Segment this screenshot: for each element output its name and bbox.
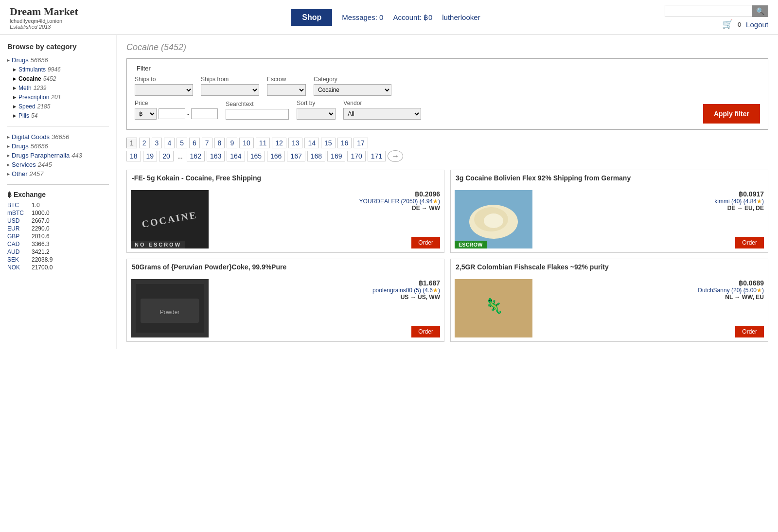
sidebar-item-speed[interactable]: ▸ Speed 2185: [13, 102, 109, 111]
sort-by-select[interactable]: [297, 108, 336, 120]
arrow-icon: ▸: [13, 66, 17, 73]
page-link-171[interactable]: 171: [368, 151, 386, 161]
page-link-17[interactable]: 17: [354, 138, 368, 148]
ex-rate-usd: 2667.0: [32, 217, 50, 224]
cat-name-paraphernalia: Drugs Paraphernalia: [12, 152, 70, 159]
page-link-7[interactable]: 7: [202, 138, 212, 148]
cat-count-services: 2445: [38, 161, 52, 168]
sidebar-item-cocaine[interactable]: ▸ Cocaine 5452: [13, 74, 109, 83]
order-button-2[interactable]: Order: [735, 237, 764, 248]
exchange-row-sek: SEK22038.9: [7, 256, 109, 264]
messages-link[interactable]: Messages: 0: [342, 13, 383, 22]
searchtext-input[interactable]: [226, 109, 289, 120]
price-currency-select[interactable]: ฿: [135, 108, 157, 120]
page-link-167[interactable]: 167: [287, 151, 305, 161]
escrow-select[interactable]: [267, 84, 306, 96]
star-icon-4: ★: [757, 287, 762, 294]
price-max-input[interactable]: [191, 108, 218, 119]
order-button-1[interactable]: Order: [411, 237, 440, 248]
product-price-2: ฿0.0917: [536, 190, 764, 198]
escrow-badge-2: ESCROW: [455, 241, 487, 248]
page-link-10[interactable]: 10: [239, 138, 254, 148]
logout-link[interactable]: Logout: [746, 20, 768, 29]
filter-row2: Price ฿ - Searchtext: [135, 100, 703, 120]
arrow-icon-other: ▸: [7, 171, 10, 177]
sidebar-item-meth[interactable]: ▸ Meth 1239: [13, 83, 109, 92]
page-link-162[interactable]: 162: [187, 151, 205, 161]
product-title-2: 3g Cocaine Bolivien Flex 92% Shipping fr…: [451, 170, 768, 186]
page-link-18[interactable]: 18: [126, 151, 141, 161]
order-button-3[interactable]: Order: [411, 326, 440, 337]
page-link-164[interactable]: 164: [227, 151, 245, 161]
price-min-input[interactable]: [159, 108, 185, 119]
page-link-168[interactable]: 168: [307, 151, 325, 161]
exchange-row-usd: USD2667.0: [7, 217, 109, 225]
page-link-16[interactable]: 16: [337, 138, 352, 148]
account-link[interactable]: Account: ฿0: [393, 13, 432, 22]
ships-from-select[interactable]: [201, 84, 259, 96]
sidebar-item-paraphernalia[interactable]: ▸ Drugs Paraphernalia 443: [7, 151, 109, 160]
cat-count-other: 2457: [30, 170, 44, 177]
sidebar-item-drugs[interactable]: ▸ Drugs 56656: [7, 55, 109, 65]
exchange-row-nok: NOK21700.0: [7, 264, 109, 271]
star-icon-3: ★: [433, 287, 438, 294]
sidebar-item-other[interactable]: ▸ Other 2457: [7, 169, 109, 178]
pagination-row1: 1 2 3 4 5 6 7 8 9 10 11 12 13 14 15 16 1…: [126, 138, 768, 148]
page-link-5[interactable]: 5: [177, 138, 187, 148]
shop-button[interactable]: Shop: [291, 9, 332, 26]
category-select[interactable]: Cocaine: [314, 84, 391, 96]
page-link-1[interactable]: 1: [126, 138, 137, 148]
product-image-3: Powder: [131, 279, 209, 337]
username-link[interactable]: lutherlooker: [442, 13, 480, 22]
ex-rate-btc: 1.0: [32, 202, 40, 209]
exchange-title: ฿ Exchange: [7, 191, 109, 198]
vendor-select[interactable]: All: [343, 108, 421, 120]
next-page-button[interactable]: →: [388, 150, 403, 162]
search-area: 🔍: [665, 5, 768, 17]
page-link-8[interactable]: 8: [214, 138, 225, 148]
page-link-163[interactable]: 163: [207, 151, 225, 161]
ships-to-select[interactable]: [135, 84, 193, 96]
search-input[interactable]: [665, 5, 752, 17]
page-link-165[interactable]: 165: [247, 151, 265, 161]
product-vendor-4: DutchSanny (20) (5.00★): [536, 287, 764, 294]
searchtext-label: Searchtext: [226, 101, 289, 107]
logo-title: Dream Market: [10, 5, 107, 18]
page-link-2[interactable]: 2: [139, 138, 150, 148]
page-link-169[interactable]: 169: [327, 151, 345, 161]
sidebar-item-services[interactable]: ▸ Services 2445: [7, 160, 109, 169]
page-link-15[interactable]: 15: [321, 138, 336, 148]
page-link-11[interactable]: 11: [256, 138, 270, 148]
sort-by-field: Sort by: [297, 100, 336, 120]
page-link-6[interactable]: 6: [189, 138, 200, 148]
cat-name-drugs: Drugs: [12, 56, 29, 64]
sidebar-item-stimulants[interactable]: ▸ Stimulants 9946: [13, 65, 109, 74]
page-link-19[interactable]: 19: [143, 151, 158, 161]
exchange-row-cad: CAD3366.3: [7, 240, 109, 248]
sub-name-stimulants: Stimulants: [18, 66, 46, 73]
product-title-4: 2,5GR Colombian Fishscale Flakes ~92% pu…: [451, 259, 768, 275]
page-link-20[interactable]: 20: [159, 151, 174, 161]
page-link-3[interactable]: 3: [152, 138, 162, 148]
page-link-170[interactable]: 170: [347, 151, 365, 161]
sidebar-item-drugs2[interactable]: ▸ Drugs 56656: [7, 142, 109, 151]
page-link-4[interactable]: 4: [164, 138, 175, 148]
sidebar-item-digital-goods[interactable]: ▸ Digital Goods 36656: [7, 132, 109, 142]
page-link-14[interactable]: 14: [304, 138, 319, 148]
logo-established: Established 2013: [10, 24, 107, 30]
page-link-9[interactable]: 9: [227, 138, 237, 148]
page-link-13[interactable]: 13: [288, 138, 303, 148]
sidebar-item-prescription[interactable]: ▸ Prescription 201: [13, 92, 109, 102]
apply-filter-button[interactable]: Apply filter: [703, 104, 760, 124]
page-link-166[interactable]: 166: [267, 151, 285, 161]
order-button-4[interactable]: Order: [735, 326, 764, 337]
search-button[interactable]: 🔍: [752, 5, 768, 17]
main-layout: Browse by category ▸ Drugs 56656 ▸ Stimu…: [0, 35, 778, 349]
sub-count-speed: 2185: [37, 103, 51, 110]
ships-from-field: Ships from: [201, 76, 259, 96]
page-link-12[interactable]: 12: [272, 138, 286, 148]
ex-currency-mbtc: mBTC: [7, 210, 27, 216]
arrow-icon-speed: ▸: [13, 103, 17, 110]
arrow-icon-para: ▸: [7, 153, 10, 158]
sidebar-item-pills[interactable]: ▸ Pills 54: [13, 111, 109, 120]
